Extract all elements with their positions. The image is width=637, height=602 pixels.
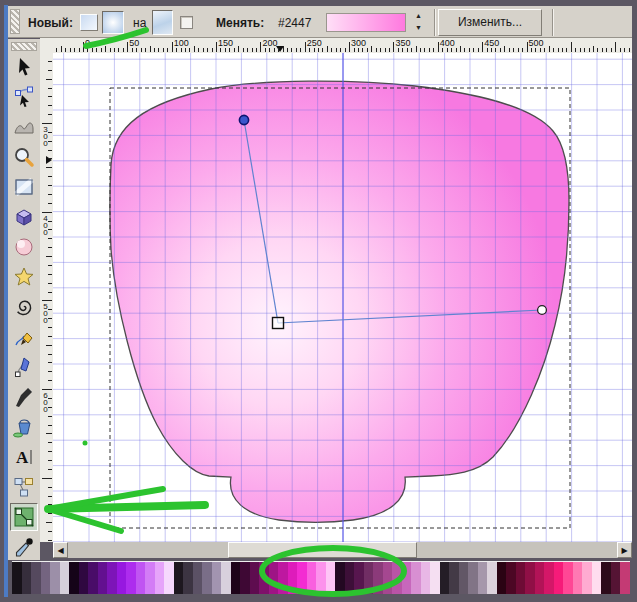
palette-swatch[interactable] bbox=[259, 562, 269, 594]
palette-swatch[interactable] bbox=[316, 562, 326, 594]
palette-swatch[interactable] bbox=[373, 562, 383, 594]
tool-selector[interactable] bbox=[10, 53, 38, 81]
tool-calligraphy[interactable] bbox=[10, 383, 38, 411]
palette-swatch[interactable] bbox=[411, 562, 421, 594]
edit-gradient-button[interactable]: Изменить... bbox=[438, 9, 542, 36]
tool-zoom[interactable] bbox=[10, 143, 38, 171]
palette-swatch[interactable] bbox=[12, 562, 22, 594]
apply-to-fill-button[interactable] bbox=[152, 10, 173, 35]
apply-to-stroke-checkbox[interactable] bbox=[180, 16, 193, 29]
palette-swatch[interactable] bbox=[307, 562, 317, 594]
palette-swatch[interactable] bbox=[345, 562, 355, 594]
palette-swatch[interactable] bbox=[563, 562, 573, 594]
tool-dropper[interactable] bbox=[10, 533, 38, 561]
palette-swatch[interactable] bbox=[155, 562, 165, 594]
tool-text[interactable]: A bbox=[10, 443, 38, 471]
bowl-shape[interactable] bbox=[110, 81, 569, 522]
palette-swatch[interactable] bbox=[41, 562, 51, 594]
palette-swatch[interactable] bbox=[117, 562, 127, 594]
palette-swatch[interactable] bbox=[525, 562, 535, 594]
gradient-focus-handle[interactable] bbox=[239, 115, 248, 124]
toolbar-grip[interactable] bbox=[10, 9, 20, 34]
palette-swatch[interactable] bbox=[79, 562, 89, 594]
palette-swatch[interactable] bbox=[402, 562, 412, 594]
ruler-top[interactable]: 050100150200250300350400450500 bbox=[53, 38, 632, 53]
palette-swatch[interactable] bbox=[611, 562, 621, 594]
tool-ellipse[interactable] bbox=[10, 233, 38, 261]
palette-swatch[interactable] bbox=[440, 562, 450, 594]
palette-swatch[interactable] bbox=[88, 562, 98, 594]
tool-node-editor[interactable] bbox=[10, 83, 38, 111]
scroll-right-icon[interactable]: ▶ bbox=[617, 542, 632, 558]
tool-rectangle[interactable] bbox=[10, 173, 38, 201]
palette-swatch[interactable] bbox=[212, 562, 222, 594]
palette-swatch[interactable] bbox=[22, 562, 32, 594]
palette-swatch[interactable] bbox=[468, 562, 478, 594]
gradient-preview-strip[interactable] bbox=[326, 13, 406, 32]
palette-swatch[interactable] bbox=[221, 562, 231, 594]
tool-connector[interactable] bbox=[10, 473, 38, 501]
palette-swatch[interactable] bbox=[174, 562, 184, 594]
tool-spiral[interactable] bbox=[10, 293, 38, 321]
palette-swatch[interactable] bbox=[126, 562, 136, 594]
palette-swatch[interactable] bbox=[573, 562, 583, 594]
gradient-radius-handle[interactable] bbox=[538, 306, 547, 315]
palette-swatch[interactable] bbox=[592, 562, 602, 594]
spinner-down-icon[interactable]: ▼ bbox=[410, 22, 427, 34]
tool-tweak[interactable] bbox=[10, 113, 38, 141]
gradient-spinner[interactable]: ▲ ▼ bbox=[410, 10, 427, 35]
palette-swatch[interactable] bbox=[69, 562, 79, 594]
palette-swatch[interactable] bbox=[50, 562, 60, 594]
palette-swatch[interactable] bbox=[326, 562, 336, 594]
radial-gradient-button[interactable] bbox=[102, 11, 124, 34]
horizontal-scrollbar[interactable]: ◀ ▶ bbox=[53, 542, 632, 558]
palette-swatch[interactable] bbox=[506, 562, 516, 594]
palette-swatch[interactable] bbox=[250, 562, 260, 594]
scroll-left-icon[interactable]: ◀ bbox=[53, 542, 68, 558]
palette-swatch[interactable] bbox=[497, 562, 507, 594]
palette-swatch[interactable] bbox=[421, 562, 431, 594]
palette-swatch[interactable] bbox=[297, 562, 307, 594]
palette-swatch[interactable] bbox=[535, 562, 545, 594]
palette-swatch[interactable] bbox=[288, 562, 298, 594]
palette-swatch[interactable] bbox=[231, 562, 241, 594]
palette-swatch[interactable] bbox=[269, 562, 279, 594]
palette-swatch[interactable] bbox=[478, 562, 488, 594]
drawing-canvas[interactable] bbox=[53, 53, 632, 542]
palette-swatch[interactable] bbox=[145, 562, 155, 594]
palette-swatch[interactable] bbox=[183, 562, 193, 594]
palette-swatch[interactable] bbox=[240, 562, 250, 594]
scrollbar-thumb[interactable] bbox=[228, 542, 417, 558]
palette-swatch[interactable] bbox=[601, 562, 611, 594]
palette-swatch[interactable] bbox=[354, 562, 364, 594]
palette-swatch[interactable] bbox=[459, 562, 469, 594]
ruler-left[interactable]: 300400500600 bbox=[40, 53, 53, 542]
palette-swatch[interactable] bbox=[554, 562, 564, 594]
palette-swatch[interactable] bbox=[164, 562, 174, 594]
palette-swatch[interactable] bbox=[516, 562, 526, 594]
tool-pencil[interactable] bbox=[10, 323, 38, 351]
palette-swatch[interactable] bbox=[487, 562, 497, 594]
tool-paint-bucket[interactable] bbox=[10, 413, 38, 441]
palette-swatch[interactable] bbox=[449, 562, 459, 594]
tool-bezier-pen[interactable] bbox=[10, 353, 38, 381]
palette-swatch[interactable] bbox=[202, 562, 212, 594]
gradient-center-handle[interactable] bbox=[273, 318, 284, 329]
palette-swatch[interactable] bbox=[582, 562, 592, 594]
palette-swatch[interactable] bbox=[31, 562, 41, 594]
linear-gradient-button[interactable] bbox=[80, 14, 98, 31]
palette-swatch[interactable] bbox=[544, 562, 554, 594]
palette-swatch[interactable] bbox=[392, 562, 402, 594]
spinner-up-icon[interactable]: ▲ bbox=[410, 10, 427, 22]
palette-swatch[interactable] bbox=[364, 562, 374, 594]
palette-swatch[interactable] bbox=[430, 562, 440, 594]
color-palette[interactable] bbox=[12, 561, 630, 594]
palette-swatch[interactable] bbox=[278, 562, 288, 594]
palette-swatch[interactable] bbox=[60, 562, 70, 594]
tool-star[interactable] bbox=[10, 263, 38, 291]
palette-swatch[interactable] bbox=[620, 562, 630, 594]
palette-swatch[interactable] bbox=[193, 562, 203, 594]
tools-toolbar-grip[interactable] bbox=[11, 42, 37, 51]
palette-swatch[interactable] bbox=[98, 562, 108, 594]
palette-swatch[interactable] bbox=[383, 562, 393, 594]
